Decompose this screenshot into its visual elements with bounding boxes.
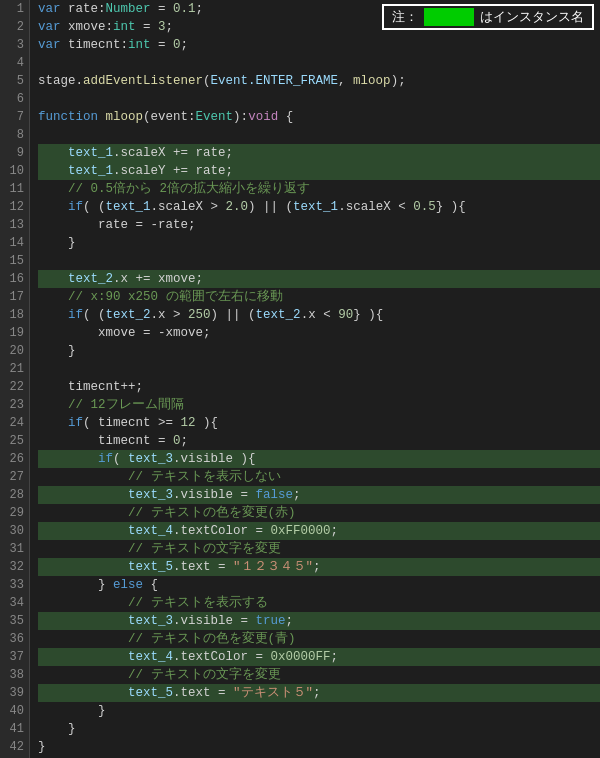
plain-token: , <box>338 74 353 88</box>
code-line: } <box>38 738 600 756</box>
line-number: 6 <box>0 90 29 108</box>
line-number: 2 <box>0 18 29 36</box>
num-token: 250 <box>188 308 211 322</box>
plain-token: = <box>151 2 174 16</box>
line-number: 32 <box>0 558 29 576</box>
punc-token: : <box>188 110 196 124</box>
line-number: 9 <box>0 144 29 162</box>
code-line: function mloop(event:Event):void { <box>38 108 600 126</box>
indent-token <box>38 200 68 214</box>
indent-token <box>38 164 68 178</box>
plain-token: .scaleX += rate; <box>113 146 233 160</box>
plain-token: ); <box>391 74 406 88</box>
code-line: text_5.text = "１２３４５"; <box>38 558 600 576</box>
code-line <box>38 360 600 378</box>
event-token: Event.ENTER_FRAME <box>211 74 339 88</box>
code-line: // テキストを表示しない <box>38 468 600 486</box>
plain-token: } <box>68 722 76 736</box>
indent-token <box>38 650 128 664</box>
line-number: 18 <box>0 306 29 324</box>
fn-token: mloop <box>106 110 144 124</box>
instance-token: text_1 <box>106 200 151 214</box>
code-line: xmove = -xmove; <box>38 324 600 342</box>
code-editor: 1234567891011121314151617181920212223242… <box>0 0 600 758</box>
code-line: text_1.scaleX += rate; <box>38 144 600 162</box>
code-line: } else { <box>38 576 600 594</box>
code-line: text_3.visible = false; <box>38 486 600 504</box>
line-number: 17 <box>0 288 29 306</box>
num-token: 2.0 <box>226 200 249 214</box>
code-line: // 12フレーム間隔 <box>38 396 600 414</box>
code-line: // テキストの色を変更(青) <box>38 630 600 648</box>
code-line: stage.addEventListener(Event.ENTER_FRAME… <box>38 72 600 90</box>
num-token: 0xFF0000 <box>271 524 331 538</box>
plain-token: } <box>98 578 113 592</box>
line-number: 26 <box>0 450 29 468</box>
instance-token: text_1 <box>293 200 338 214</box>
indent-token <box>38 668 128 682</box>
plain-token: ( ( <box>83 200 106 214</box>
line-number: 16 <box>0 270 29 288</box>
plain-token: .visible = <box>173 488 256 502</box>
line-number: 41 <box>0 720 29 738</box>
instance-token: text_4 <box>128 524 173 538</box>
plain-token: { <box>143 578 158 592</box>
line-number: 40 <box>0 702 29 720</box>
line-number: 35 <box>0 612 29 630</box>
punc-token: : <box>98 2 106 16</box>
code-line: } <box>38 720 600 738</box>
plain-token: .scaleX < <box>338 200 413 214</box>
plain-token: ) || ( <box>211 308 256 322</box>
fn-token: mloop <box>353 74 391 88</box>
num-token: 0.5 <box>413 200 436 214</box>
line-number: 33 <box>0 576 29 594</box>
code-area: 注： はインスタンス名 var rate:Number = 0.1;var xm… <box>30 0 600 758</box>
code-line: // テキストの文字を変更 <box>38 540 600 558</box>
line-number: 8 <box>0 126 29 144</box>
plain-token: ; <box>313 560 321 574</box>
code-line: if( (text_1.scaleX > 2.0) || (text_1.sca… <box>38 198 600 216</box>
plain-token: ; <box>293 488 301 502</box>
code-line: // x:90 x250 の範囲で左右に移動 <box>38 288 600 306</box>
kw-token: if <box>68 416 83 430</box>
kw-token: var <box>38 2 61 16</box>
indent-token <box>38 506 128 520</box>
plain-token: rate = -rate; <box>98 218 196 232</box>
comment-token: // テキストの色を変更(赤) <box>128 506 296 520</box>
instance-token: text_3 <box>128 452 173 466</box>
indent-token <box>38 704 98 718</box>
plain-token: timecnt = <box>98 434 173 448</box>
line-number: 20 <box>0 342 29 360</box>
line-number: 15 <box>0 252 29 270</box>
line-number: 30 <box>0 522 29 540</box>
kw-token: else <box>113 578 143 592</box>
indent-token <box>38 218 98 232</box>
line-number: 28 <box>0 486 29 504</box>
type-token: int <box>128 38 151 52</box>
plain-token: .scaleY += rate; <box>113 164 233 178</box>
instance-token: text_4 <box>128 650 173 664</box>
plain-token: rate <box>61 2 99 16</box>
line-number: 21 <box>0 360 29 378</box>
line-number: 3 <box>0 36 29 54</box>
comment-token: // テキストを表示しない <box>128 470 281 484</box>
instance-token: text_2 <box>68 272 113 286</box>
plain-token: .x < <box>301 308 339 322</box>
indent-token <box>38 272 68 286</box>
plain-token: .textColor = <box>173 650 271 664</box>
comment-token: // 0.5倍から 2倍の拡大縮小を繰り返す <box>68 182 310 196</box>
type-token: Event <box>196 110 234 124</box>
code-lines: var rate:Number = 0.1;var xmove:int = 3;… <box>38 0 600 756</box>
plain-token: ; <box>196 2 204 16</box>
indent-token <box>38 470 128 484</box>
indent-token <box>38 434 98 448</box>
indent-token <box>38 344 68 358</box>
plain-token: ; <box>313 686 321 700</box>
line-number: 34 <box>0 594 29 612</box>
line-number: 7 <box>0 108 29 126</box>
plain-token: ; <box>331 524 339 538</box>
indent-token <box>38 578 98 592</box>
plain-token: ( <box>203 74 211 88</box>
code-line <box>38 90 600 108</box>
line-number: 22 <box>0 378 29 396</box>
